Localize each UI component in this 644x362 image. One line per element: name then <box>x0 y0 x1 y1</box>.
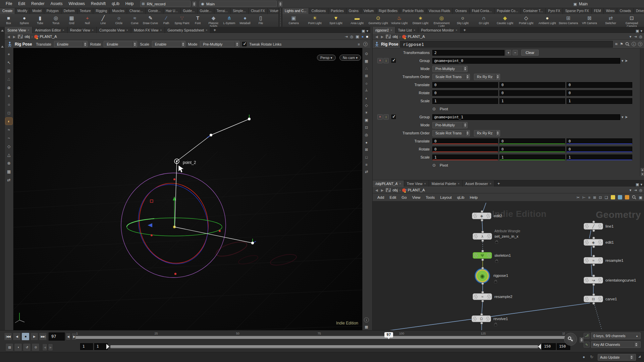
view-tool-icon[interactable]: ⌖ <box>5 51 12 58</box>
scale-tool-icon[interactable]: □ <box>5 109 12 116</box>
rotate-order-dropdown[interactable]: Rx Ry Rz <box>474 74 500 80</box>
handle-parameters-icon[interactable]: ≡ <box>358 42 360 47</box>
pane-menu-icon[interactable]: ▾ <box>366 28 368 33</box>
range-start-handle[interactable] <box>106 344 109 349</box>
network-node[interactable]: λ Attribute Wrangle set_zero_in_x <box>473 233 492 240</box>
menubar-item[interactable]: Redshift <box>88 0 109 8</box>
pane-tab[interactable]: Performance Monitor × <box>418 27 460 33</box>
3d-viewport[interactable]: point_2 Persp ▾ No cam ▾ Indie Edition <box>13 48 362 330</box>
close-icon[interactable]: × <box>424 182 426 185</box>
pin-path-icon[interactable]: ⇥ <box>634 34 637 39</box>
chevron-down-icon[interactable]: ▾ <box>622 58 624 63</box>
range-start-field[interactable]: 1 <box>80 343 93 350</box>
rig-pose-tool-icon[interactable]: ◐ <box>5 118 12 125</box>
node-name-field[interactable]: rigpose1 <box>400 41 613 48</box>
help-icon[interactable]: ? <box>363 42 368 46</box>
network-node[interactable]: ⊟ carve1 <box>584 296 603 302</box>
shelf-tab[interactable]: Drive Simul... <box>634 8 644 14</box>
pane-expand-icon[interactable] <box>1 29 4 32</box>
white-square-icon[interactable]: ■ <box>366 34 368 39</box>
expand-pivot-icon[interactable]: ⊙ <box>432 163 436 168</box>
close-icon[interactable]: × <box>206 28 207 32</box>
shelf-tool[interactable]: ⊞ Stereo Camera <box>558 14 579 27</box>
snapshot-icon[interactable]: ▣ <box>639 195 642 200</box>
shelf-tool[interactable]: ∵ Spray Paint <box>174 14 190 27</box>
network-node[interactable]: Ψ skeleton1 <box>473 252 492 259</box>
close-icon[interactable]: × <box>390 28 392 32</box>
network-node[interactable]: ◈ edit2 <box>472 213 491 219</box>
snap-tool-icon[interactable]: ⊗ <box>5 160 12 167</box>
shelf-tab[interactable]: Container T... <box>521 8 546 14</box>
play-backward-button[interactable]: ◀ <box>13 333 21 341</box>
scale-x-field[interactable]: 1 <box>432 98 498 104</box>
shade-mode-icon[interactable]: ◐ <box>363 95 370 101</box>
new-tab-button[interactable]: + <box>494 180 503 187</box>
network-menu-item[interactable]: View <box>410 195 423 199</box>
shelf-tab[interactable]: Sparse Pyro FX <box>563 8 592 14</box>
pane-tab[interactable]: Animation Editor × <box>33 27 67 33</box>
chevron-down-icon[interactable]: ▾ <box>630 34 632 39</box>
shelf-tab[interactable]: Guide... <box>198 8 214 14</box>
close-icon[interactable]: × <box>490 182 491 185</box>
list-icon[interactable]: ≡ <box>588 195 590 200</box>
mode-dropdown[interactable]: Pre-Multiply <box>200 41 239 47</box>
shelf-tool[interactable]: ▦ Grid <box>64 14 79 27</box>
breadcrumb-node[interactable]: PLANT_A <box>40 35 57 39</box>
shelf-tab[interactable]: Grains <box>346 8 361 14</box>
pane-tab[interactable]: Render View × <box>67 27 97 33</box>
params-scrollbar[interactable]: ▲ ▼ <box>640 49 644 176</box>
shelf-tab[interactable]: Terrai... <box>214 8 230 14</box>
range-end-handle[interactable] <box>538 344 541 349</box>
shelf-tool[interactable]: ╱ Line <box>95 14 111 27</box>
shelf-tab[interactable]: Volume <box>268 8 278 14</box>
shelf-tab[interactable]: Simple... <box>230 8 249 14</box>
shelf-tab[interactable]: Model <box>30 8 44 14</box>
breadcrumb-obj[interactable]: obj <box>392 35 397 39</box>
translate-x-field[interactable]: 0 <box>432 82 498 88</box>
shelf-tab[interactable]: Modify <box>15 8 30 14</box>
pane-tab[interactable]: Scene View × <box>5 27 33 33</box>
network-menu-item[interactable]: Help <box>467 195 481 199</box>
shelf-tab[interactable]: Rigging <box>93 8 110 14</box>
layout-grid-icon[interactable]: ▦ <box>363 324 370 330</box>
forward-icon[interactable]: ▶ <box>12 35 16 39</box>
menubar-item[interactable]: Render <box>28 0 47 8</box>
close-icon[interactable]: × <box>160 28 162 32</box>
network-menu-item[interactable]: Go <box>399 195 409 199</box>
grid-snap-icon[interactable]: ▦ <box>363 58 370 64</box>
play-button[interactable]: ▶ <box>30 333 38 341</box>
scroll-up-icon[interactable]: ▲ <box>641 168 644 172</box>
keyframe-options-icon[interactable]: ▤ <box>5 343 13 351</box>
breadcrumb-node[interactable]: PLANT_A <box>408 35 425 39</box>
clipboard-icon[interactable]: ❏ <box>605 195 608 200</box>
multi-snap-icon[interactable]: ⊞ <box>363 73 370 79</box>
group-field[interactable]: @name=point_1 <box>432 114 620 120</box>
shelf-tool[interactable]: ⇄ Switcher <box>600 14 621 27</box>
isolate-icon[interactable]: ◎ <box>363 132 370 138</box>
network-node[interactable]: ╱ line1 <box>584 223 603 230</box>
shelf-tab[interactable]: Oceans <box>453 8 469 14</box>
transform-order-dropdown[interactable]: Scale Rot Trans <box>432 130 470 136</box>
scale-x-field[interactable]: 1 <box>432 155 498 160</box>
shelf-tool[interactable]: ✎ Draw Curve <box>143 14 158 27</box>
close-icon[interactable]: × <box>458 182 460 185</box>
rotate-tool-icon[interactable]: ○ <box>5 101 12 108</box>
forward-icon[interactable]: ▶ <box>380 188 384 192</box>
set-key-button[interactable] <box>564 333 577 346</box>
pane-maximize-icon[interactable]: ▣ <box>362 28 365 33</box>
shelf-tab[interactable]: Muscles <box>110 8 127 14</box>
lighting-icon[interactable]: ☀ <box>363 110 370 116</box>
prev-key-button[interactable]: ◀ <box>42 344 47 351</box>
pane-tab[interactable]: rigpose1 × <box>373 27 395 33</box>
back-icon[interactable]: ◀ <box>375 188 379 192</box>
close-icon[interactable]: × <box>126 28 128 32</box>
ruler-icon[interactable]: ≡ <box>363 161 370 168</box>
playhead-marker[interactable]: 97 <box>384 332 393 338</box>
shelf-tool[interactable]: ⊠ VR Camera <box>579 14 600 27</box>
camera-lock-icon[interactable]: ▣ <box>363 117 370 123</box>
translate-x-field[interactable]: 0 <box>432 138 498 144</box>
sculpt-tool-icon[interactable]: ◇ <box>5 143 12 150</box>
grid-view-icon[interactable]: ⊞ <box>593 195 596 200</box>
go-to-start-button[interactable]: |◀◀ <box>4 333 12 341</box>
clear-button[interactable]: Clear <box>521 50 539 56</box>
